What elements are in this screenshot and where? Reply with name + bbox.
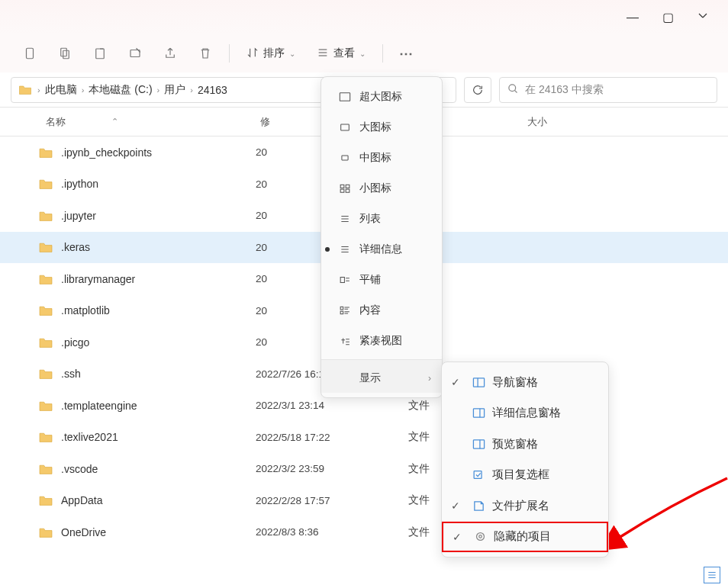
folder-icon bbox=[38, 178, 53, 190]
breadcrumb-item[interactable]: 用户 bbox=[164, 83, 185, 97]
breadcrumb-item[interactable]: 此电脑 bbox=[45, 83, 77, 97]
column-header-name[interactable]: 名称 ⌃ bbox=[0, 115, 256, 129]
folder-icon bbox=[38, 336, 53, 349]
view-menu-show-submenu[interactable]: 显示› bbox=[321, 359, 442, 393]
folder-icon bbox=[38, 494, 53, 506]
view-dropdown[interactable]: 查看 ⌄ bbox=[309, 39, 373, 68]
svg-rect-7 bbox=[341, 124, 350, 130]
svg-point-20 bbox=[476, 533, 484, 541]
breadcrumb-item[interactable]: 24163 bbox=[198, 84, 227, 96]
delete-button[interactable] bbox=[191, 39, 220, 68]
svg-rect-15 bbox=[340, 311, 343, 314]
show-option-icon bbox=[471, 407, 486, 419]
sort-dropdown[interactable]: 排序 ⌄ bbox=[239, 39, 303, 68]
sort-label: 排序 bbox=[263, 47, 285, 60]
rename-button[interactable] bbox=[121, 39, 150, 68]
folder-icon bbox=[38, 463, 53, 475]
svg-rect-14 bbox=[340, 307, 343, 310]
copy-button[interactable] bbox=[50, 39, 79, 68]
view-menu-item[interactable]: 小图标 bbox=[321, 173, 442, 204]
chevron-right-icon: › bbox=[428, 373, 431, 384]
chevron-right-icon: › bbox=[156, 85, 162, 95]
view-menu-label: 中图标 bbox=[359, 151, 391, 165]
column-header-size[interactable]: 大小 bbox=[523, 115, 637, 129]
refresh-button[interactable] bbox=[464, 77, 491, 103]
view-label: 查看 bbox=[333, 47, 355, 60]
view-menu-label: 紧凑视图 bbox=[359, 334, 402, 348]
view-menu-label: 详细信息 bbox=[359, 243, 402, 256]
share-button[interactable] bbox=[156, 39, 185, 68]
file-name: .matplotlib bbox=[61, 304, 110, 316]
show-menu-label: 文件扩展名 bbox=[492, 499, 549, 513]
file-name: .templateengine bbox=[61, 400, 137, 412]
file-row[interactable]: .vscode2022/3/2 23:59文件 bbox=[0, 453, 728, 485]
svg-point-21 bbox=[478, 535, 482, 538]
search-input[interactable]: 在 24163 中搜索 bbox=[499, 77, 717, 103]
svg-rect-3 bbox=[96, 49, 105, 59]
view-menu-item[interactable]: 紧凑视图 bbox=[321, 326, 442, 356]
sort-icon bbox=[246, 47, 259, 61]
folder-icon bbox=[38, 304, 53, 316]
details-view-toggle[interactable] bbox=[704, 567, 720, 583]
view-menu-item[interactable]: 平铺 bbox=[321, 265, 442, 295]
folder-icon bbox=[38, 526, 53, 538]
view-option-icon bbox=[338, 214, 352, 223]
view-option-icon bbox=[338, 245, 352, 254]
show-option-icon bbox=[471, 377, 486, 388]
view-menu-label: 超大图标 bbox=[359, 90, 402, 104]
view-menu-label: 列表 bbox=[359, 212, 381, 226]
chevron-down-icon: ⌄ bbox=[289, 50, 295, 58]
cut-button[interactable] bbox=[15, 39, 44, 68]
chevron-right-icon: › bbox=[36, 85, 42, 95]
show-menu-item[interactable]: ✓隐藏的项目 bbox=[442, 522, 608, 553]
show-menu-item[interactable]: ✓预览窗格 bbox=[442, 429, 608, 460]
svg-rect-2 bbox=[63, 50, 69, 59]
show-menu-item[interactable]: ✓项目复选框 bbox=[442, 460, 608, 491]
window-title-bar: — ▢ bbox=[0, 0, 728, 34]
file-name: .ipynb_checkpoints bbox=[61, 146, 152, 159]
file-row[interactable]: .texlive20212022/5/18 17:22文件 bbox=[0, 422, 728, 454]
view-menu-item[interactable]: 中图标 bbox=[321, 143, 442, 173]
file-name: .librarymanager bbox=[61, 273, 135, 285]
folder-icon bbox=[18, 82, 33, 98]
view-menu-item[interactable]: 大图标 bbox=[321, 112, 442, 143]
show-menu-item[interactable]: ✓导航窗格 bbox=[442, 367, 608, 398]
file-name: .ipython bbox=[61, 178, 98, 190]
view-option-icon bbox=[338, 306, 352, 315]
submenu-label: 显示 bbox=[359, 371, 381, 385]
svg-rect-0 bbox=[27, 48, 34, 59]
paste-button[interactable] bbox=[85, 39, 114, 68]
folder-icon bbox=[38, 368, 53, 380]
show-option-icon bbox=[472, 531, 488, 542]
breadcrumb-item[interactable]: 本地磁盘 (C:) bbox=[89, 83, 152, 97]
view-menu-item[interactable]: 详细信息 bbox=[321, 234, 442, 265]
svg-rect-9 bbox=[340, 185, 344, 188]
svg-rect-1 bbox=[61, 48, 67, 56]
svg-rect-11 bbox=[340, 189, 344, 192]
check-icon: ✓ bbox=[451, 376, 465, 388]
show-menu-item[interactable]: ✓文件扩展名 bbox=[442, 490, 608, 522]
file-modified: 2022/3/1 23:14 bbox=[256, 400, 408, 411]
show-option-icon bbox=[471, 469, 486, 480]
folder-icon bbox=[38, 431, 53, 443]
svg-rect-16 bbox=[473, 378, 484, 387]
minimize-button[interactable]: — bbox=[615, 5, 650, 30]
more-button[interactable]: ⋯ bbox=[392, 39, 421, 68]
show-menu-item[interactable]: ✓详细信息窗格 bbox=[442, 398, 608, 429]
file-modified: 2022/8/3 8:36 bbox=[256, 526, 408, 538]
view-menu-item[interactable]: 列表 bbox=[321, 204, 442, 234]
file-modified: 2022/5/18 17:22 bbox=[256, 432, 408, 443]
view-submenu: 超大图标大图标中图标小图标列表详细信息平铺内容紧凑视图显示› bbox=[321, 76, 443, 398]
maximize-button[interactable]: ▢ bbox=[650, 5, 685, 30]
close-button[interactable] bbox=[685, 5, 720, 30]
view-option-icon bbox=[338, 153, 352, 162]
show-menu-label: 详细信息窗格 bbox=[492, 406, 561, 420]
svg-rect-4 bbox=[130, 50, 140, 57]
file-row[interactable]: OneDrive2022/8/3 8:36文件 bbox=[0, 516, 728, 548]
view-menu-item[interactable]: 内容 bbox=[321, 295, 442, 326]
file-name: AppData bbox=[61, 494, 102, 506]
chevron-right-icon: › bbox=[80, 85, 86, 95]
file-row[interactable]: AppData2022/2/28 17:57文件 bbox=[0, 485, 728, 517]
show-option-icon bbox=[471, 500, 486, 512]
view-menu-item[interactable]: 超大图标 bbox=[321, 82, 442, 112]
